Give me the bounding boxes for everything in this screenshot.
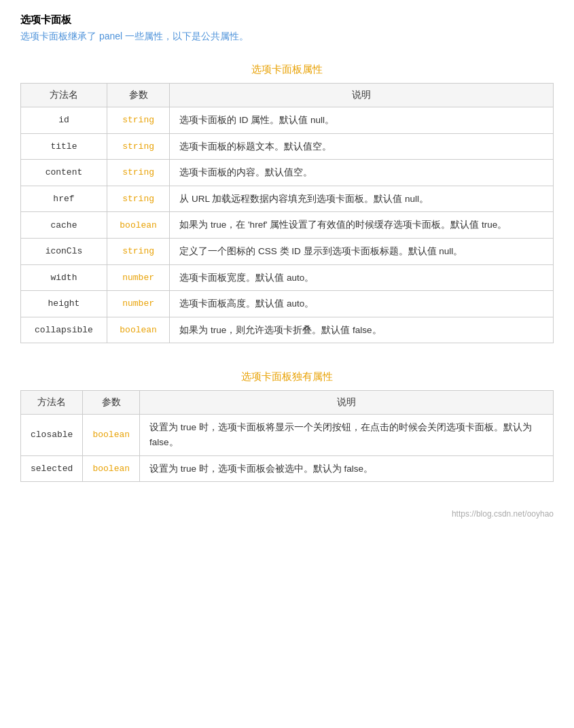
- page-title: 选项卡面板: [20, 14, 554, 27]
- page-description: 选项卡面板继承了 panel 一些属性，以下是公共属性。: [20, 31, 554, 43]
- table-row: collapsible boolean 如果为 true，则允许选项卡折叠。默认…: [21, 317, 554, 343]
- desc-cell: 选项卡面板宽度。默认值 auto。: [170, 264, 554, 291]
- method-cell: content: [21, 160, 107, 186]
- param-cell: string: [107, 238, 169, 264]
- desc-cell: 从 URL 加载远程数据内容填充到选项卡面板。默认值 null。: [170, 186, 554, 212]
- param-cell: string: [107, 186, 169, 212]
- table2-title: 选项卡面板独有属性: [20, 370, 554, 383]
- table-row: title string 选项卡面板的标题文本。默认值空。: [21, 133, 554, 160]
- table2: 方法名 参数 说明 closable boolean 设置为 true 时，选项…: [20, 390, 554, 482]
- table-row: height number 选项卡面板高度。默认值 auto。: [21, 291, 554, 317]
- param-cell: number: [107, 291, 169, 317]
- table-row: id string 选项卡面板的 ID 属性。默认值 null。: [21, 107, 554, 134]
- table-row: closable boolean 设置为 true 时，选项卡面板将显示一个关闭…: [21, 415, 554, 455]
- table-row: width number 选项卡面板宽度。默认值 auto。: [21, 264, 554, 291]
- param-cell: string: [107, 133, 169, 160]
- desc-cell: 定义了一个图标的 CSS 类 ID 显示到选项卡面板标题。默认值 null。: [170, 238, 554, 264]
- desc-cell: 如果为 true，在 'href' 属性设置了有效值的时候缓存选项卡面板。默认值…: [170, 212, 554, 239]
- param-cell: number: [107, 264, 169, 291]
- desc-cell: 选项卡面板的 ID 属性。默认值 null。: [170, 107, 554, 134]
- table-row: cache boolean 如果为 true，在 'href' 属性设置了有效值…: [21, 212, 554, 239]
- method-cell: width: [21, 264, 107, 291]
- param-cell: string: [107, 160, 169, 186]
- desc-cell: 设置为 true 时，选项卡面板会被选中。默认为 false。: [140, 455, 554, 482]
- param-cell: boolean: [107, 212, 169, 239]
- watermark: https://blog.csdn.net/ooyhao: [20, 509, 554, 519]
- table1-header-row: 方法名 参数 说明: [21, 84, 554, 107]
- table-row: selected boolean 设置为 true 时，选项卡面板会被选中。默认…: [21, 455, 554, 482]
- method-cell: collapsible: [21, 317, 107, 343]
- table1-header-method: 方法名: [21, 84, 107, 107]
- table1-title: 选项卡面板属性: [20, 63, 554, 76]
- method-cell: closable: [21, 415, 83, 455]
- table-row: content string 选项卡面板的内容。默认值空。: [21, 160, 554, 186]
- method-cell: title: [21, 133, 107, 160]
- table-row: iconCls string 定义了一个图标的 CSS 类 ID 显示到选项卡面…: [21, 238, 554, 264]
- table2-header-desc: 说明: [140, 391, 554, 415]
- param-cell: boolean: [83, 415, 140, 455]
- table2-header-param: 参数: [83, 391, 140, 415]
- table1-header-desc: 说明: [170, 84, 554, 107]
- table2-section: 选项卡面板独有属性 方法名 参数 说明 closable boolean 设置为…: [20, 370, 554, 482]
- method-cell: selected: [21, 455, 83, 482]
- table1-header-param: 参数: [107, 84, 169, 107]
- table2-header-row: 方法名 参数 说明: [21, 391, 554, 415]
- desc-cell: 选项卡面板的标题文本。默认值空。: [170, 133, 554, 160]
- table2-header-method: 方法名: [21, 391, 83, 415]
- method-cell: height: [21, 291, 107, 317]
- table1-section: 选项卡面板属性 方法名 参数 说明 id string 选项卡面板的 ID 属性…: [20, 63, 554, 343]
- method-cell: cache: [21, 212, 107, 239]
- param-cell: boolean: [83, 455, 140, 482]
- desc-cell: 如果为 true，则允许选项卡折叠。默认值 false。: [170, 317, 554, 343]
- method-cell: iconCls: [21, 238, 107, 264]
- method-cell: id: [21, 107, 107, 134]
- table1: 方法名 参数 说明 id string 选项卡面板的 ID 属性。默认值 nul…: [20, 83, 554, 343]
- table-row: href string 从 URL 加载远程数据内容填充到选项卡面板。默认值 n…: [21, 186, 554, 212]
- param-cell: string: [107, 107, 169, 134]
- desc-cell: 设置为 true 时，选项卡面板将显示一个关闭按钮，在点击的时候会关闭选项卡面板…: [140, 415, 554, 455]
- desc-cell: 选项卡面板的内容。默认值空。: [170, 160, 554, 186]
- param-cell: boolean: [107, 317, 169, 343]
- desc-cell: 选项卡面板高度。默认值 auto。: [170, 291, 554, 317]
- method-cell: href: [21, 186, 107, 212]
